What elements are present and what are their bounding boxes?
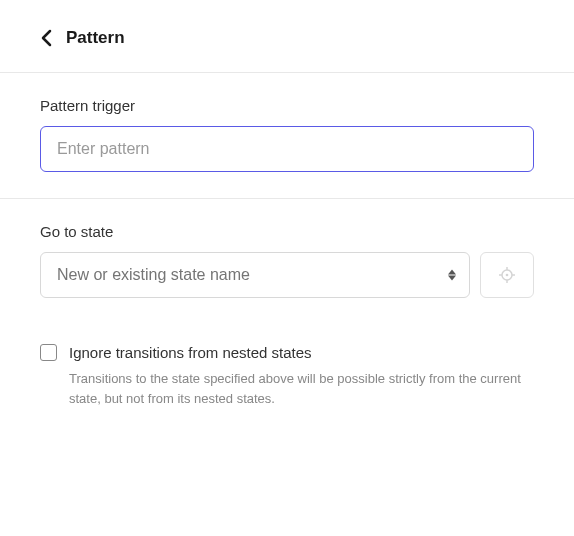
goto-state-select[interactable] xyxy=(40,252,470,298)
pattern-trigger-label: Pattern trigger xyxy=(40,97,534,114)
goto-state-section: Go to state xyxy=(0,199,574,324)
crosshair-icon xyxy=(498,266,516,284)
pattern-trigger-section: Pattern trigger xyxy=(0,73,574,198)
goto-state-select-wrap xyxy=(40,252,470,298)
ignore-transitions-label: Ignore transitions from nested states xyxy=(69,344,312,361)
locate-state-button[interactable] xyxy=(480,252,534,298)
ignore-transitions-block: Ignore transitions from nested states Tr… xyxy=(0,324,574,408)
svg-point-1 xyxy=(506,274,509,277)
header: Pattern xyxy=(0,0,574,72)
page-title: Pattern xyxy=(66,28,125,48)
pattern-trigger-input[interactable] xyxy=(40,126,534,172)
goto-state-label: Go to state xyxy=(40,223,534,240)
ignore-transitions-checkbox[interactable] xyxy=(40,344,57,361)
back-icon[interactable] xyxy=(40,29,52,47)
ignore-transitions-helper: Transitions to the state specified above… xyxy=(69,369,534,408)
